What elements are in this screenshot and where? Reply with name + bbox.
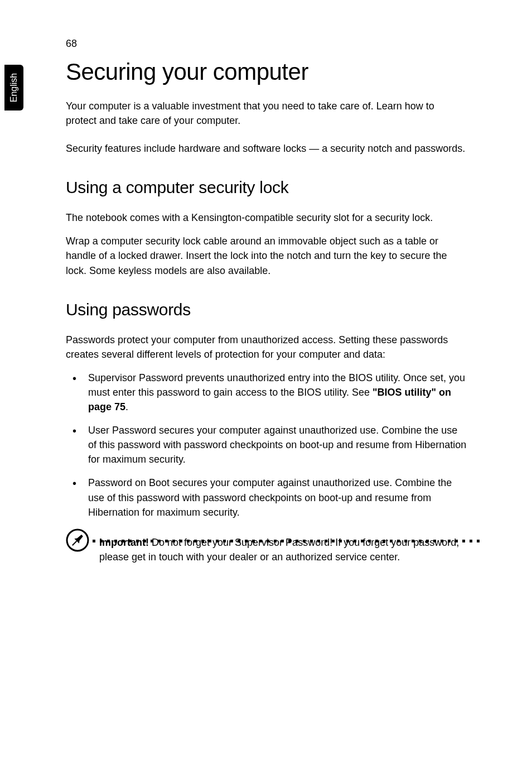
- section2-intro: Passwords protect your computer from una…: [66, 333, 467, 362]
- section1-paragraph-2: Wrap a computer security lock cable arou…: [66, 234, 467, 277]
- svg-line-1: [72, 541, 77, 545]
- password-bullet-list: Supervisor Password prevents unauthorize…: [66, 371, 467, 520]
- page-content: Securing your computer Your computer is …: [66, 59, 467, 564]
- language-tab: English: [4, 65, 23, 110]
- page-title: Securing your computer: [66, 59, 467, 85]
- dotted-divider: [93, 540, 483, 543]
- language-label: English: [9, 73, 19, 102]
- list-item: User Password secures your computer agai…: [66, 423, 467, 467]
- pin-icon: [66, 528, 89, 552]
- list-item: Supervisor Password prevents unauthorize…: [66, 371, 467, 414]
- bullet1-text-part2: .: [125, 401, 128, 412]
- section-heading-passwords: Using passwords: [66, 300, 467, 319]
- section1-paragraph-1: The notebook comes with a Kensington-com…: [66, 210, 467, 225]
- intro-paragraph-1: Your computer is a valuable investment t…: [66, 99, 467, 128]
- section-heading-security-lock: Using a computer security lock: [66, 178, 467, 197]
- page-number: 68: [66, 38, 77, 50]
- intro-paragraph-2: Security features include hardware and s…: [66, 141, 467, 156]
- important-note-block: Important! Do not forget your Supervisor…: [66, 535, 467, 564]
- list-item: Password on Boot secures your computer a…: [66, 475, 467, 519]
